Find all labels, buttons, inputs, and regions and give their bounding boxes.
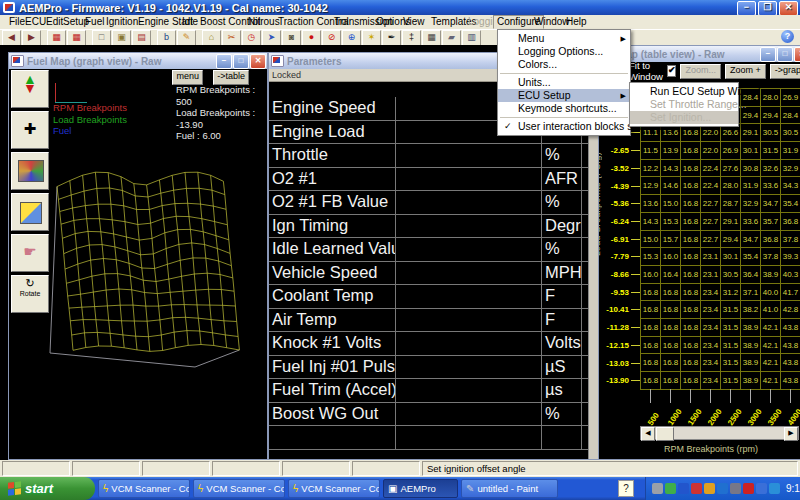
ignition-cell[interactable]: 42.8 xyxy=(781,301,800,319)
tray-bluetooth-icon[interactable] xyxy=(717,483,728,494)
ignition-cell[interactable]: 31.5 xyxy=(721,354,741,372)
ignition-cell[interactable]: 16.8 xyxy=(681,284,701,302)
ignition-cell[interactable]: 41.0 xyxy=(761,301,781,319)
configure-menu-item-keymode-shortcuts[interactable]: Keymode shortcuts... xyxy=(498,102,630,115)
new-file-icon[interactable]: □ xyxy=(92,30,111,46)
ignition-cell[interactable]: 16.8 xyxy=(681,124,701,142)
ignition-cell[interactable]: 42.1 xyxy=(761,319,781,337)
taskbar-item-vcm-scanner-confi[interactable]: ϟVCM Scanner - Confi... xyxy=(98,479,190,498)
fuel-minimize-button[interactable]: − xyxy=(216,54,232,69)
ignition-cell[interactable]: 29.4 xyxy=(721,231,741,249)
ignition-cell[interactable]: 30.1 xyxy=(721,248,741,266)
configure-menu-item-ecu-setup[interactable]: ECU Setup▶ xyxy=(498,89,630,102)
ignition-cell[interactable]: 16.8 xyxy=(681,319,701,337)
ignition-cell[interactable]: 16.8 xyxy=(681,231,701,249)
ignition-cell[interactable]: 38.9 xyxy=(741,354,761,372)
ignition-cell[interactable]: 16.8 xyxy=(681,372,701,390)
ignition-cell[interactable]: 31.5 xyxy=(721,301,741,319)
parameter-row[interactable] xyxy=(269,426,589,450)
pen-icon[interactable]: ✒ xyxy=(382,30,401,46)
ignition-cell[interactable]: 38.9 xyxy=(741,372,761,390)
ignition-cell[interactable]: 16.8 xyxy=(681,213,701,231)
ignition-cell[interactable]: 16.8 xyxy=(681,142,701,160)
ignition-cell[interactable]: 16.0 xyxy=(641,266,661,284)
ignition-cell[interactable]: 22.4 xyxy=(701,177,721,195)
ignition-cell[interactable]: 31.9 xyxy=(741,177,761,195)
parameter-row[interactable]: Ign TimingDegre xyxy=(269,215,589,239)
ignition-cell[interactable]: 36.8 xyxy=(781,213,800,231)
ignition-cell[interactable]: 23.4 xyxy=(701,372,721,390)
parameter-row[interactable]: O2 #1 FB Value% xyxy=(269,191,589,215)
back-icon[interactable]: ◀ xyxy=(2,30,21,46)
submenu-item-set-ignition[interactable]: Set Ignition... xyxy=(630,111,738,124)
ignition-cell[interactable]: 22.7 xyxy=(701,195,721,213)
ignition-cell[interactable]: 22.7 xyxy=(701,213,721,231)
menu-item-help[interactable]: Help xyxy=(563,15,590,28)
parameter-row[interactable]: O2 #1AFR xyxy=(269,168,589,192)
ignition-cell[interactable]: 16.8 xyxy=(681,354,701,372)
ignition-cell[interactable]: 28.7 xyxy=(721,195,741,213)
ignition-cell[interactable]: 35.7 xyxy=(761,213,781,231)
ignition-cell[interactable]: 30.8 xyxy=(741,160,761,178)
tray-shield-icon[interactable] xyxy=(704,483,715,494)
ignition-cell[interactable]: 11.5 xyxy=(641,142,661,160)
ignition-cell[interactable]: 16.8 xyxy=(661,337,681,355)
ignition-cell[interactable]: 34.7 xyxy=(741,231,761,249)
configure-menu-item-user-interaction-blocks-streaming[interactable]: User interaction blocks streaming✓ xyxy=(498,120,630,133)
no-entry-icon[interactable]: ⊘ xyxy=(322,30,341,46)
taskbar-item-untitled-paint[interactable]: ✎untitled - Paint xyxy=(461,479,558,498)
ignition-cell[interactable]: 32.9 xyxy=(741,195,761,213)
ignition-cell[interactable]: 22.0 xyxy=(701,142,721,160)
home-icon[interactable]: ⌂ xyxy=(202,30,221,46)
ignition-cell[interactable]: 16.8 xyxy=(641,319,661,337)
tray-antivirus-icon[interactable] xyxy=(743,483,754,494)
ignition-cell[interactable]: 43.8 xyxy=(781,372,800,390)
ignition-cell[interactable]: 37.8 xyxy=(781,231,800,249)
grid-icon[interactable]: ▦ xyxy=(422,30,441,46)
tray-device-icon[interactable] xyxy=(730,483,741,494)
scroll-left-arrow[interactable]: ◀ xyxy=(641,427,655,441)
ignition-cell[interactable]: 31.9 xyxy=(781,142,800,160)
ignition-cell[interactable]: 16.8 xyxy=(641,284,661,302)
zoom-button[interactable]: Zoom... xyxy=(680,64,721,79)
ignition-cell[interactable]: 38.9 xyxy=(741,319,761,337)
ignition-cell[interactable]: 41.7 xyxy=(781,284,800,302)
ignition-cell[interactable]: 13.6 xyxy=(641,195,661,213)
ignition-cell[interactable]: 12.9 xyxy=(641,177,661,195)
ecu-read-icon[interactable]: ▦ xyxy=(47,30,66,46)
parameter-row[interactable]: Boost WG Out% xyxy=(269,403,589,427)
ignition-cell[interactable]: 23.4 xyxy=(701,354,721,372)
ignition-h-scrollbar[interactable]: ◀ ▶ xyxy=(640,426,799,440)
ignition-cell[interactable]: 29.1 xyxy=(741,124,761,142)
ignition-cell[interactable]: 31.5 xyxy=(761,142,781,160)
ignition-data-grid[interactable]: 28.428.026.926.929.429.428.428.411.113.6… xyxy=(640,88,800,390)
ignition-cell[interactable]: 16.8 xyxy=(661,319,681,337)
ignition-cell[interactable]: 43.8 xyxy=(781,319,800,337)
ignition-cell[interactable]: 16.8 xyxy=(681,195,701,213)
ignition-cell[interactable]: 35.4 xyxy=(781,195,800,213)
ignition-cell[interactable]: 23.4 xyxy=(701,319,721,337)
ignition-cell[interactable]: 23.4 xyxy=(701,284,721,302)
tray-phone-icon[interactable] xyxy=(652,483,663,494)
ignition-cell[interactable]: 31.5 xyxy=(721,319,741,337)
screwdriver-icon[interactable]: ➤ xyxy=(262,30,281,46)
ignition-cell[interactable]: 30.5 xyxy=(721,266,741,284)
tray-messenger-icon[interactable] xyxy=(769,483,780,494)
stop-icon[interactable]: ● xyxy=(302,30,321,46)
fuel-maximize-button[interactable]: □ xyxy=(233,54,249,69)
log-icon[interactable]: b xyxy=(157,30,176,46)
forward-icon[interactable]: ▶ xyxy=(22,30,41,46)
zoom-plus-button[interactable]: Zoom + xyxy=(725,64,766,79)
ignition-cell[interactable]: 14.6 xyxy=(661,177,681,195)
ignition-cell[interactable]: 23.1 xyxy=(701,266,721,284)
ignition-cell[interactable]: 12.2 xyxy=(641,160,661,178)
taskbar-help-badge[interactable]: ? xyxy=(618,480,634,497)
fuel-3d-mesh[interactable] xyxy=(9,69,265,457)
ignition-cell[interactable]: 31.5 xyxy=(721,372,741,390)
ignition-cell[interactable]: 16.8 xyxy=(661,284,681,302)
parameter-row[interactable]: Coolant TempF xyxy=(269,285,589,309)
ignition-cell[interactable]: 23.4 xyxy=(701,301,721,319)
submenu-item-run-ecu-setup-wizard[interactable]: Run ECU Setup Wizard... xyxy=(630,85,738,98)
ignition-cell[interactable]: 33.6 xyxy=(761,177,781,195)
ignition-cell[interactable]: 16.8 xyxy=(681,301,701,319)
